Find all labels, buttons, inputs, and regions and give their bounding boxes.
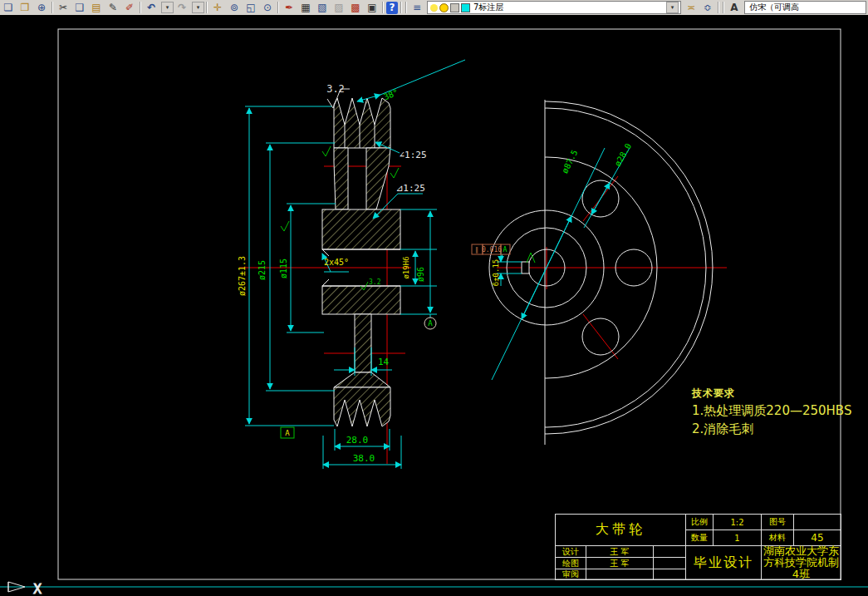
review-label: 审阅 — [555, 569, 586, 579]
drawing-canvas: X — [0, 15, 868, 596]
scale-value: 1:2 — [713, 514, 761, 530]
paste-icon[interactable]: ▤ — [89, 2, 104, 14]
title-block: 大带轮 比例 1:2 图号 数量 1 材料 45 设计 王 军 绘图 王 军 审… — [555, 514, 841, 580]
fcf-datum: A — [503, 246, 508, 254]
dim-groove-angle: 38° — [382, 87, 400, 101]
layer-translate-icon[interactable]: ▧ — [315, 2, 330, 14]
dim-bore-roughness: 3.2 — [369, 278, 381, 286]
calculator-icon[interactable]: ▣ — [365, 2, 380, 14]
dim-dia-hole: ø28.0 — [613, 141, 634, 168]
zoom-window-icon[interactable]: ◱ — [243, 2, 258, 14]
dim-keyway-width: 6±0.15 — [492, 259, 500, 287]
undo-dropdown-icon[interactable]: ▾ — [161, 2, 174, 13]
cut-icon[interactable]: ✂ — [56, 2, 71, 14]
project-name: 毕业设计 — [685, 545, 761, 579]
sketch-icon[interactable]: ✒ — [282, 2, 297, 14]
dim-roughness-top: 3.2 — [326, 83, 345, 95]
feature-control-frame: ∥ 0.016 A — [472, 244, 510, 254]
undo-icon[interactable]: ↶ — [144, 2, 159, 14]
zoom-realtime-icon[interactable]: ⊚ — [227, 2, 242, 14]
left-view-section: A A 3.2 38° ∠1:25 ⊿1:25 ø267±1.3 — [238, 60, 465, 469]
right-view: ∥ 0.016 A ø87.5 ø28.0 6±0.15 — [380, 100, 727, 445]
copy-icon[interactable]: ❑ — [72, 2, 87, 14]
layer-color-swatch[interactable] — [461, 3, 470, 12]
render-icon[interactable]: ▨ — [331, 2, 346, 14]
dim-rim-width: 28.0 — [346, 435, 369, 446]
layer-lock-icon[interactable] — [450, 3, 459, 12]
draft-label: 绘图 — [555, 557, 586, 569]
material-value: 45 — [793, 530, 841, 545]
separator — [277, 2, 279, 13]
separator — [51, 2, 53, 13]
drawing-svg: X — [0, 15, 868, 596]
technical-requirements: 技术要求 1.热处理调质220—250HBS 2.消除毛刺 — [692, 387, 851, 437]
dim-dia-hub: ø96 — [416, 267, 425, 282]
qty-value: 1 — [713, 530, 761, 545]
review-extra — [653, 569, 685, 579]
publish-icon[interactable]: ❐ — [17, 2, 32, 14]
cad-application-window: ❏ ❐ ⊕ ✂ ❑ ▤ ✎ ✐ ↶ ▾ ↷ ▾ ✛ ⊚ ◱ ⊙ ✒ ▦ ▧ ▨ … — [0, 0, 868, 596]
scale-label: 比例 — [685, 514, 713, 530]
part-name: 大带轮 — [555, 514, 685, 545]
dim-chamfer: 2x45° — [324, 258, 349, 267]
tech-req-item1: 1.热处理调质220—250HBS — [692, 403, 851, 419]
dim-taper-upper: ∠1:25 — [399, 150, 426, 160]
design-value: 王 军 — [586, 545, 653, 557]
font-name: 仿宋（可调高 — [747, 2, 802, 13]
layer-freeze-icon[interactable] — [439, 3, 449, 12]
make-layer-current-icon[interactable]: ≍ — [684, 2, 699, 14]
etransmit-icon[interactable]: ⊕ — [34, 2, 49, 14]
markup-icon[interactable]: ▩ — [348, 2, 363, 14]
datum-flag-label: A — [285, 429, 290, 437]
dim-web-thickness: 14 — [378, 357, 390, 367]
separator — [206, 2, 208, 13]
dim-dia-web: ø115 — [279, 259, 288, 278]
zoom-previous-icon[interactable]: ⊙ — [260, 2, 275, 14]
dim-dia-bore: ø19H6 — [402, 256, 410, 278]
pan-icon[interactable]: ✛ — [210, 2, 225, 14]
review-value — [586, 569, 653, 579]
text-style-icon[interactable]: A — [727, 2, 742, 14]
fcf-symbol: ∥ — [475, 246, 478, 254]
dim-dia-rim-inner: ø215 — [257, 260, 267, 280]
layer-combobox[interactable]: 7标注层 ▾ — [427, 1, 681, 14]
separator — [382, 2, 384, 13]
fcf-value: 0.016 — [482, 246, 502, 254]
dim-taper-lower: ⊿1:25 — [395, 183, 425, 194]
dim-dia-outer: ø267±1.3 — [238, 256, 247, 296]
preview-icon[interactable]: ❏ — [1, 2, 16, 14]
match-properties-icon[interactable]: ✎ — [105, 2, 120, 14]
redline-icon[interactable]: ✐ — [122, 2, 137, 14]
school-name: 湖南农业大学东方科技学院机制4班 — [761, 545, 841, 579]
datum-flag: A — [281, 427, 294, 438]
layer-on-icon[interactable] — [430, 4, 438, 12]
design-extra — [653, 545, 685, 557]
dim-total-width: 38.0 — [353, 453, 375, 464]
separator — [723, 2, 724, 13]
layer-dropdown-icon[interactable]: ▾ — [666, 2, 679, 13]
qty-label: 数量 — [685, 530, 713, 545]
layer-previous-icon[interactable]: ≎ — [700, 2, 715, 14]
layer-name: 7标注层 — [471, 2, 506, 13]
drawing-no-label: 图号 — [761, 514, 793, 530]
separator — [400, 2, 402, 13]
layers-icon[interactable]: ≡ — [409, 2, 424, 14]
separator — [405, 2, 407, 13]
ucs-icon: X — [8, 581, 42, 596]
datum-balloon-label: A — [428, 319, 433, 328]
sheet-border — [58, 29, 841, 579]
draft-extra — [653, 557, 685, 569]
layer-manager-icon[interactable]: ▦ — [298, 2, 313, 14]
separator — [140, 2, 141, 13]
redo-dropdown-icon[interactable]: ▾ — [192, 2, 204, 13]
redo-icon[interactable]: ↷ — [174, 2, 189, 14]
tech-req-item2: 2.消除毛刺 — [692, 421, 851, 437]
help-icon[interactable]: ? — [386, 2, 398, 14]
separator — [718, 2, 719, 13]
ucs-x-label: X — [33, 581, 42, 596]
font-combobox[interactable]: 仿宋（可调高 — [744, 1, 866, 14]
drawing-no-value — [793, 514, 841, 530]
design-label: 设计 — [555, 545, 586, 557]
tech-req-title: 技术要求 — [692, 387, 851, 401]
datum-balloon: A — [424, 318, 436, 329]
